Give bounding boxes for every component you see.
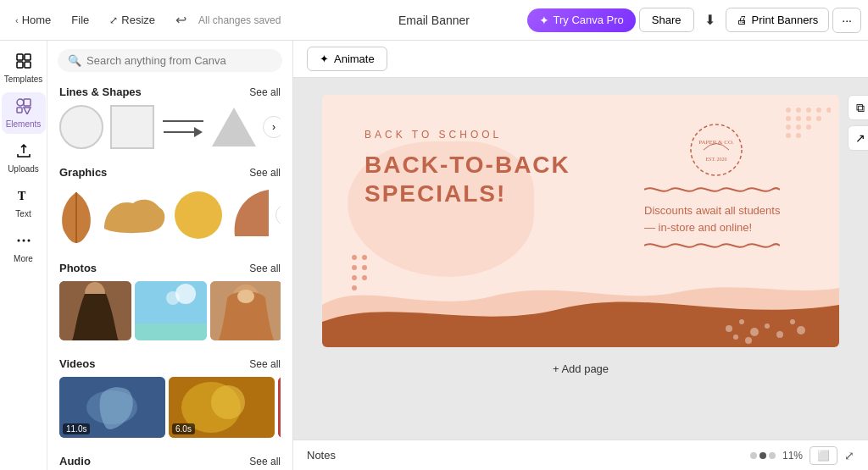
svg-point-33 xyxy=(796,108,801,113)
svg-point-63 xyxy=(362,275,367,280)
animate-icon: ✦ xyxy=(320,53,329,65)
video-thumb-2[interactable]: 6.0s xyxy=(169,377,275,438)
search-input[interactable] xyxy=(86,54,272,67)
zoom-dot-3 xyxy=(769,452,776,459)
elements-icon xyxy=(15,97,32,118)
home-label: Home xyxy=(22,14,52,26)
elements-panel: 🔍 Lines & Shapes See all xyxy=(47,41,293,470)
videos-section: Videos See all 11.0s xyxy=(47,351,292,441)
resize-label: Resize xyxy=(121,14,155,26)
svg-point-56 xyxy=(733,335,738,340)
panel-search-area: 🔍 xyxy=(47,41,292,79)
share-page-button[interactable]: ↗ xyxy=(848,125,868,151)
copy-page-button[interactable]: ⧉ xyxy=(848,95,868,120)
saved-status: All changes saved xyxy=(198,14,281,26)
text-label: Text xyxy=(15,209,31,218)
gold-circle-graphic[interactable] xyxy=(173,188,224,243)
search-wrap[interactable]: 🔍 xyxy=(58,49,282,72)
svg-point-32 xyxy=(786,108,791,113)
animate-label: Animate xyxy=(334,53,375,65)
download-icon: ⬇ xyxy=(704,13,715,27)
svg-point-58 xyxy=(352,255,357,260)
add-page-wrap: + Add page xyxy=(322,347,839,390)
share-button[interactable]: Share xyxy=(639,8,694,32)
animate-button[interactable]: ✦ Animate xyxy=(307,47,387,71)
video-thumb-3[interactable] xyxy=(278,377,281,438)
video-thumb-1[interactable]: 11.0s xyxy=(59,377,165,438)
lines-shapes-see-all[interactable]: See all xyxy=(249,86,281,98)
zoom-dot-2 xyxy=(760,452,766,459)
fullscreen-button[interactable]: ⤢ xyxy=(844,449,854,462)
svg-text:T: T xyxy=(18,190,26,202)
leaf-graphic[interactable] xyxy=(59,185,93,245)
audio-see-all[interactable]: See all xyxy=(249,456,281,467)
audio-section: Audio See all ♪ Happy Whistling Ukulele xyxy=(47,448,292,470)
svg-rect-5 xyxy=(24,99,31,106)
svg-point-4 xyxy=(17,99,24,106)
banner-discount-text: Discounts await all students — in-store … xyxy=(644,202,788,235)
more-options-button[interactable]: ··· xyxy=(832,8,861,33)
notes-button[interactable]: Notes xyxy=(307,449,336,462)
sidebar-icons: Templates Elements Uploads xyxy=(0,41,47,470)
topbar: ‹ Home File ⤢ Resize ↩ All changes saved… xyxy=(0,0,868,41)
graphics-next-button[interactable]: › xyxy=(275,204,281,226)
svg-point-50 xyxy=(739,319,744,324)
try-pro-label: Try Canva Pro xyxy=(554,14,624,26)
triangle-shape[interactable] xyxy=(212,108,256,147)
file-button[interactable]: File xyxy=(63,8,97,31)
svg-point-9 xyxy=(17,240,19,242)
svg-point-30 xyxy=(211,385,245,419)
zoom-dots xyxy=(750,452,776,459)
sidebar-item-text[interactable]: T Text xyxy=(2,182,46,224)
banner-back-to-school-text: BACK TO SCHOOL xyxy=(364,129,570,141)
resize-button[interactable]: ⤢ Resize xyxy=(101,8,164,31)
photos-see-all[interactable]: See all xyxy=(249,263,281,274)
graphics-title: Graphics xyxy=(59,166,107,179)
svg-point-64 xyxy=(352,285,357,290)
cloud-graphic[interactable] xyxy=(100,192,166,239)
bottom-right: 11% ⬜ ⤢ xyxy=(750,446,854,465)
photo-thumb-1[interactable] xyxy=(59,281,131,340)
circle-shape[interactable] xyxy=(59,105,103,149)
videos-header: Videos See all xyxy=(59,357,281,370)
chevron-left-icon: ‹ xyxy=(15,15,19,25)
video-2-duration: 6.0s xyxy=(172,423,195,434)
svg-point-13 xyxy=(175,191,222,239)
shapes-next-button[interactable]: › xyxy=(263,116,281,138)
sidebar-item-elements[interactable]: Elements xyxy=(2,92,46,134)
sidebar-item-templates[interactable]: Templates xyxy=(2,47,46,89)
wedge-graphic[interactable] xyxy=(231,188,269,243)
videos-see-all[interactable]: See all xyxy=(249,358,281,370)
email-banner-canvas[interactable]: BACK TO SCHOOL BACK-TO-BACK SPECIALS! xyxy=(322,95,839,347)
svg-point-59 xyxy=(362,255,367,260)
canvas-scroll[interactable]: ⧉ ↗ xyxy=(293,78,868,440)
line-shape[interactable] xyxy=(161,117,205,137)
svg-point-11 xyxy=(27,240,30,242)
graphics-see-all[interactable]: See all xyxy=(249,167,281,179)
undo-button[interactable]: ↩ xyxy=(167,7,195,33)
shapes-row: › xyxy=(59,105,281,149)
zoom-percentage: 11% xyxy=(782,450,803,462)
lines-shapes-section: Lines & Shapes See all xyxy=(47,79,292,152)
banner-wavy-line-top xyxy=(644,183,780,199)
add-page-button[interactable]: + Add page xyxy=(322,352,839,385)
presenter-view-button[interactable]: ⬜ xyxy=(810,446,837,465)
svg-rect-0 xyxy=(17,54,23,60)
download-button[interactable]: ⬇ xyxy=(698,7,722,33)
svg-point-19 xyxy=(166,291,180,305)
try-canva-pro-button[interactable]: ✦ Try Canva Pro xyxy=(527,8,636,32)
home-button[interactable]: ‹ Home xyxy=(7,8,59,31)
videos-row: 11.0s 6.0s › xyxy=(59,377,281,438)
square-shape[interactable] xyxy=(110,105,154,149)
photo-thumb-3[interactable] xyxy=(210,281,281,340)
sidebar-item-more[interactable]: More xyxy=(2,227,46,268)
svg-rect-1 xyxy=(25,54,31,60)
print-banners-button[interactable]: 🖨 Print Banners xyxy=(726,8,830,32)
elements-label: Elements xyxy=(6,119,42,129)
sidebar-item-uploads[interactable]: Uploads xyxy=(2,137,46,179)
photos-header: Photos See all xyxy=(59,262,281,274)
svg-rect-17 xyxy=(135,323,207,340)
templates-label: Templates xyxy=(4,75,43,84)
audio-title: Audio xyxy=(59,455,91,467)
photo-thumb-2[interactable] xyxy=(135,281,207,340)
